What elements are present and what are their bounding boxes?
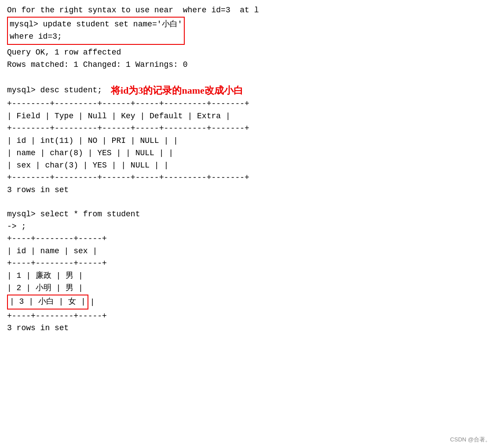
desc-row-id: | id | int(11) | NO | PRI | NULL | |: [7, 135, 490, 147]
select-row-2: | 2 | 小明 | 男 |: [7, 282, 490, 295]
update-line2: where id=3;: [10, 31, 182, 43]
desc-rows-in-set: 3 rows in set: [7, 184, 490, 197]
select-row-3-pipe: |: [90, 296, 95, 309]
desc-table-border-bot: +--------+---------+------+-----+-------…: [7, 172, 490, 184]
watermark: CSDN @合著。: [450, 436, 491, 444]
desc-table-border-top: +--------+---------+------+-----+-------…: [7, 98, 490, 110]
desc-command-text: mysql> desc student;: [7, 84, 102, 97]
select-header: | id | name | sex |: [7, 245, 490, 258]
select-row-3-redbox: | 3 | 小白 | 女 |: [7, 295, 88, 310]
select-rows-in-set: 3 rows in set: [7, 322, 490, 335]
select-command-line: mysql> select * from student: [7, 208, 490, 221]
intro-line: On for the right syntax to use near wher…: [7, 4, 490, 17]
select-row-1: | 1 | 廉政 | 男 |: [7, 270, 490, 282]
select-row-3-container: | 3 | 小白 | 女 | |: [7, 295, 490, 310]
update-command-box: mysql> update student set name='小白' wher…: [7, 17, 490, 46]
annotation-text: 将id为3的记录的name改成小白: [111, 83, 243, 98]
blank-line-2: [7, 197, 490, 209]
desc-table-header: | Field | Type | Null | Key | Default | …: [7, 110, 490, 123]
select-border-top: +----+--------+-----+: [7, 233, 490, 245]
terminal-content: On for the right syntax to use near wher…: [7, 4, 490, 335]
update-command-redbox: mysql> update student set name='小白' wher…: [7, 17, 185, 45]
desc-command-line: mysql> desc student; 将id为3的记录的name改成小白: [7, 83, 490, 98]
blank-line-1: [7, 71, 490, 83]
select-border-mid: +----+--------+-----+: [7, 258, 490, 270]
desc-table-border-mid: +--------+---------+------+-----+-------…: [7, 123, 490, 135]
rows-matched-line: Rows matched: 1 Changed: 1 Warnings: 0: [7, 59, 490, 71]
select-row-3-text: | 3 | 小白 | 女 |: [10, 297, 86, 306]
query-ok-line: Query OK, 1 row affected: [7, 47, 490, 59]
desc-row-sex: | sex | char(3) | YES | | NULL | |: [7, 160, 490, 172]
select-continuation-line: -> ;: [7, 221, 490, 233]
desc-row-name: | name | char(8) | YES | | NULL | |: [7, 147, 490, 160]
select-border-bot: +----+--------+-----+: [7, 310, 490, 323]
update-line1: mysql> update student set name='小白': [10, 18, 182, 31]
